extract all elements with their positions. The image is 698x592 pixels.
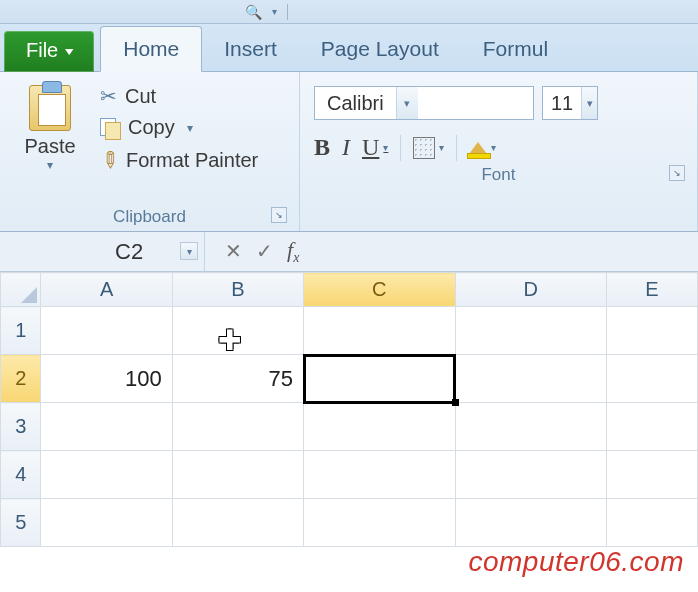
scissors-icon bbox=[100, 84, 117, 108]
cut-button[interactable]: Cut bbox=[100, 84, 258, 108]
font-size-value: 11 bbox=[543, 92, 581, 115]
ribbon: Paste ▾ Cut Copy ▾ Format Painter bbox=[0, 72, 698, 232]
chevron-down-icon[interactable]: ▾ bbox=[47, 158, 53, 172]
select-all-corner[interactable] bbox=[1, 273, 41, 307]
cell-D4[interactable] bbox=[455, 451, 607, 499]
cell-E3[interactable] bbox=[607, 403, 698, 451]
group-clipboard: Paste ▾ Cut Copy ▾ Format Painter bbox=[0, 72, 300, 231]
cell-B4[interactable] bbox=[172, 451, 303, 499]
qat-dropdown-icon[interactable]: ▾ bbox=[272, 6, 277, 17]
col-header-A[interactable]: A bbox=[41, 273, 172, 307]
watermark: computer06.com bbox=[468, 546, 684, 578]
cell-C1[interactable] bbox=[304, 307, 456, 355]
tab-label: Home bbox=[123, 37, 179, 60]
format-painter-button[interactable]: Format Painter bbox=[100, 147, 258, 173]
cell-D5[interactable] bbox=[455, 499, 607, 547]
cell-C5[interactable] bbox=[304, 499, 456, 547]
chevron-down-icon[interactable]: ▾ bbox=[491, 142, 496, 153]
name-box[interactable]: C2 ▾ bbox=[0, 232, 205, 271]
tab-formulas[interactable]: Formul bbox=[461, 27, 570, 71]
chevron-down-icon[interactable]: ▾ bbox=[180, 242, 198, 260]
dialog-launcher-icon[interactable]: ↘ bbox=[669, 165, 685, 181]
row-header-1[interactable]: 1 bbox=[1, 307, 41, 355]
tab-home[interactable]: Home bbox=[100, 26, 202, 72]
cell-A2[interactable]: 100 bbox=[41, 355, 172, 403]
chevron-down-icon[interactable]: ▾ bbox=[439, 142, 444, 153]
chevron-down-icon[interactable]: ▾ bbox=[396, 87, 418, 119]
file-tab-label: File bbox=[26, 39, 58, 62]
underline-label: U bbox=[362, 134, 379, 161]
cell-C4[interactable] bbox=[304, 451, 456, 499]
chevron-down-icon[interactable]: ▾ bbox=[383, 142, 388, 153]
separator bbox=[400, 135, 401, 161]
row-header-2[interactable]: 2 bbox=[1, 355, 41, 403]
tab-label: Formul bbox=[483, 37, 548, 60]
group-font: Calibri ▾ 11 ▾ B I U ▾ ▾ ▾ bbox=[300, 72, 698, 231]
cell-B3[interactable] bbox=[172, 403, 303, 451]
italic-button[interactable]: I bbox=[342, 134, 350, 161]
row-5: 5 bbox=[1, 499, 698, 547]
chevron-down-icon[interactable]: ▾ bbox=[183, 121, 193, 135]
quick-access-toolbar: 🔍 ▾ bbox=[0, 0, 698, 24]
fill-color-button[interactable]: ▾ bbox=[469, 142, 496, 154]
cell-C2[interactable] bbox=[304, 355, 456, 403]
separator bbox=[456, 135, 457, 161]
cell-A5[interactable] bbox=[41, 499, 172, 547]
cancel-formula-icon[interactable]: ✕ bbox=[225, 239, 242, 263]
cell-E4[interactable] bbox=[607, 451, 698, 499]
cell-B1[interactable] bbox=[172, 307, 303, 355]
row-3: 3 bbox=[1, 403, 698, 451]
row-header-5[interactable]: 5 bbox=[1, 499, 41, 547]
group-label-font: Font ↘ bbox=[310, 161, 687, 185]
col-header-C[interactable]: C bbox=[304, 273, 456, 307]
font-name-value: Calibri bbox=[315, 92, 396, 115]
cell-D2[interactable] bbox=[455, 355, 607, 403]
row-4: 4 bbox=[1, 451, 698, 499]
copy-icon bbox=[100, 118, 120, 138]
font-name-combo[interactable]: Calibri ▾ bbox=[314, 86, 534, 120]
col-header-E[interactable]: E bbox=[607, 273, 698, 307]
name-box-value: C2 bbox=[115, 239, 143, 265]
underline-button[interactable]: U ▾ bbox=[362, 134, 388, 161]
file-tab[interactable]: File ▾ bbox=[4, 31, 94, 72]
borders-icon bbox=[413, 137, 435, 159]
row-2: 2 100 75 bbox=[1, 355, 698, 403]
magnifier-icon[interactable]: 🔍 bbox=[245, 4, 262, 20]
cell-E2[interactable] bbox=[607, 355, 698, 403]
dialog-launcher-icon[interactable]: ↘ bbox=[271, 207, 287, 223]
column-headers: A B C D E bbox=[1, 273, 698, 307]
worksheet-grid[interactable]: A B C D E 1 2 100 75 3 4 bbox=[0, 272, 698, 547]
cell-C3[interactable] bbox=[304, 403, 456, 451]
cell-D1[interactable] bbox=[455, 307, 607, 355]
tab-insert[interactable]: Insert bbox=[202, 27, 299, 71]
cell-E1[interactable] bbox=[607, 307, 698, 355]
copy-button[interactable]: Copy ▾ bbox=[100, 116, 258, 139]
tab-page-layout[interactable]: Page Layout bbox=[299, 27, 461, 71]
format-painter-label: Format Painter bbox=[126, 149, 258, 172]
row-1: 1 bbox=[1, 307, 698, 355]
enter-formula-icon[interactable]: ✓ bbox=[256, 239, 273, 263]
borders-button[interactable]: ▾ bbox=[413, 137, 444, 159]
qat-separator bbox=[287, 4, 288, 20]
cell-A4[interactable] bbox=[41, 451, 172, 499]
paste-button[interactable]: Paste ▾ bbox=[10, 78, 90, 203]
cell-A3[interactable] bbox=[41, 403, 172, 451]
bold-button[interactable]: B bbox=[314, 134, 330, 161]
cell-B5[interactable] bbox=[172, 499, 303, 547]
cell-E5[interactable] bbox=[607, 499, 698, 547]
group-label-clipboard: Clipboard ↘ bbox=[10, 203, 289, 227]
col-header-D[interactable]: D bbox=[455, 273, 607, 307]
row-header-3[interactable]: 3 bbox=[1, 403, 41, 451]
cell-A1[interactable] bbox=[41, 307, 172, 355]
fx-button[interactable]: fx bbox=[287, 237, 299, 266]
tab-label: Insert bbox=[224, 37, 277, 60]
cell-D3[interactable] bbox=[455, 403, 607, 451]
cell-B2[interactable]: 75 bbox=[172, 355, 303, 403]
chevron-down-icon[interactable]: ▾ bbox=[581, 87, 597, 119]
brush-icon bbox=[100, 147, 118, 173]
row-header-4[interactable]: 4 bbox=[1, 451, 41, 499]
clipboard-icon bbox=[29, 85, 71, 131]
ribbon-tabstrip: File ▾ Home Insert Page Layout Formul bbox=[0, 24, 698, 72]
col-header-B[interactable]: B bbox=[172, 273, 303, 307]
font-size-combo[interactable]: 11 ▾ bbox=[542, 86, 598, 120]
